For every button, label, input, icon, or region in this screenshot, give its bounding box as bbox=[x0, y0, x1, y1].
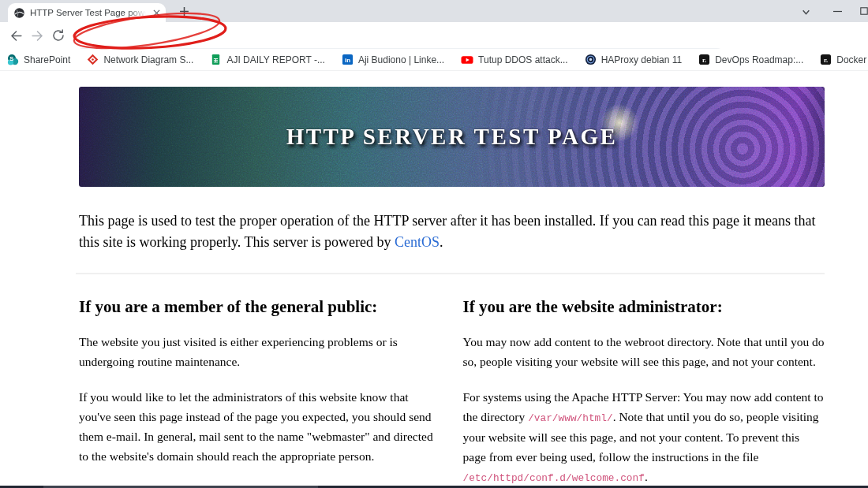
website-admin-column: If you are the website administrator: Yo… bbox=[463, 274, 825, 486]
window-maximize-button[interactable] bbox=[854, 2, 868, 20]
window-minimize-button[interactable] bbox=[827, 2, 847, 20]
bookmark-label: Docker Roadmap -... bbox=[836, 54, 868, 65]
intro-paragraph: This page is used to test the proper ope… bbox=[79, 210, 825, 253]
bookmark-label: Tutup DDOS attack... bbox=[478, 54, 568, 65]
bookmark-label: HAProxy debian 11 bbox=[601, 54, 683, 65]
svg-text:r.: r. bbox=[702, 56, 706, 64]
drawio-diamond-icon bbox=[87, 54, 99, 65]
svg-text:S: S bbox=[9, 55, 13, 62]
website-admin-paragraph: For systems using the Apache HTTP Server… bbox=[463, 387, 825, 486]
inline-text: . bbox=[645, 470, 648, 483]
banner-image: HTTP SERVER TEST PAGE bbox=[79, 87, 825, 187]
inline-link[interactable]: CentOS bbox=[395, 234, 440, 250]
linkedin-icon: in bbox=[342, 54, 354, 65]
bookmark-sharepoint[interactable]: S SharePoint bbox=[6, 54, 70, 66]
inline-code: /var/www/html/ bbox=[528, 412, 613, 424]
svg-text:r.: r. bbox=[824, 56, 828, 64]
svg-text:in: in bbox=[345, 57, 350, 64]
bookmark-label: Aji Budiono | Linke... bbox=[358, 54, 444, 65]
sharepoint-icon: S bbox=[6, 54, 19, 66]
bookmark-tutup-ddos[interactable]: Tutup DDOS attack... bbox=[461, 54, 568, 66]
page-viewport: HTTP SERVER TEST PAGE This page is used … bbox=[0, 71, 868, 486]
bookmark-aji-daily-report[interactable]: AJI DAILY REPORT -... bbox=[210, 54, 324, 65]
tab-close-icon[interactable] bbox=[153, 9, 160, 17]
bookmark-haproxy[interactable]: HAProxy debian 11 bbox=[585, 54, 683, 65]
inline-text: . bbox=[440, 234, 443, 250]
forward-icon[interactable] bbox=[28, 26, 47, 45]
bookmark-linkedin[interactable]: in Aji Budiono | Linke... bbox=[342, 54, 444, 65]
website-admin-heading: If you are the website administrator: bbox=[463, 297, 825, 317]
bookmark-network-diagram[interactable]: Network Diagram S... bbox=[87, 54, 193, 65]
inline-text: The website you just visited is either e… bbox=[79, 335, 398, 368]
bookmark-label: DevOps Roadmap:... bbox=[715, 54, 803, 65]
page-title: HTTP SERVER TEST PAGE bbox=[286, 124, 618, 150]
bookmark-label: SharePoint bbox=[24, 54, 70, 65]
general-public-column: If you are a member of the general publi… bbox=[79, 274, 441, 486]
bookmarks-bar: S SharePoint Network Diagram S... AJI DA… bbox=[0, 49, 868, 71]
inline-text: You may now add content to the webroot d… bbox=[463, 335, 825, 368]
bookmark-label: AJI DAILY REPORT -... bbox=[226, 54, 324, 65]
website-admin-paragraph: You may now add content to the webroot d… bbox=[463, 332, 825, 372]
new-tab-button[interactable] bbox=[177, 4, 191, 18]
general-public-paragraph: If you would like to let the administrat… bbox=[79, 387, 441, 467]
general-public-paragraph: The website you just visited is either e… bbox=[79, 332, 441, 372]
inline-text: This page is used to test the proper ope… bbox=[79, 213, 816, 250]
globe-favicon-icon bbox=[13, 7, 25, 19]
tab-strip: HTTP Server Test Page powered bbox=[0, 0, 868, 22]
general-public-heading: If you are a member of the general publi… bbox=[79, 297, 441, 317]
browser-tab[interactable]: HTTP Server Test Page powered bbox=[8, 3, 166, 22]
inline-code: /etc/httpd/conf.d/welcome.conf bbox=[463, 472, 645, 484]
youtube-icon bbox=[461, 54, 473, 66]
back-icon[interactable] bbox=[6, 26, 25, 45]
reload-icon[interactable] bbox=[49, 26, 68, 45]
browser-toolbar: Not secure 192.168.77.83 bbox=[0, 22, 868, 49]
haproxy-globe-icon bbox=[585, 54, 597, 65]
tab-search-chevron-icon[interactable] bbox=[799, 5, 813, 19]
roadmap-sh-icon: r. bbox=[820, 54, 832, 65]
roadmap-sh-icon: r. bbox=[698, 54, 710, 65]
bookmark-devops-roadmap[interactable]: r. DevOps Roadmap:... bbox=[698, 54, 803, 65]
tab-title: HTTP Server Test Page powered bbox=[30, 8, 148, 17]
bookmark-label: Network Diagram S... bbox=[103, 54, 193, 65]
inline-text: If you would like to let the administrat… bbox=[79, 390, 433, 464]
bookmark-docker-roadmap[interactable]: r. Docker Roadmap -... bbox=[820, 54, 868, 65]
google-sheets-icon bbox=[210, 54, 222, 65]
